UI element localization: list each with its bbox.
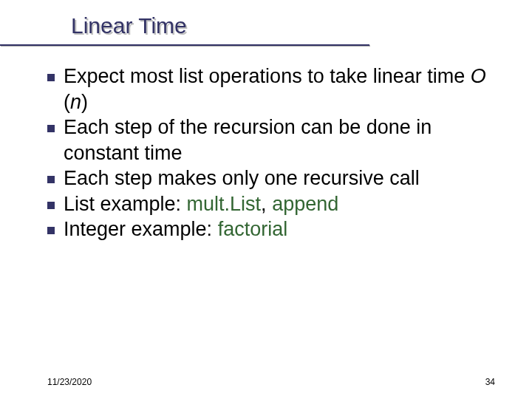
text: (	[64, 91, 70, 113]
square-bullet-icon	[47, 176, 55, 183]
bullet-item: Each step of the recursion can be done i…	[47, 115, 510, 166]
code-term: factorial	[218, 218, 288, 240]
bullet-text: Integer example: factorial	[64, 216, 510, 242]
text: Expect most list operations to take line…	[64, 65, 471, 87]
footer-date: 11/23/2020	[47, 377, 92, 387]
code-term: append	[272, 193, 338, 215]
content-area: Expect most list operations to take line…	[47, 64, 510, 242]
bullet-item: Each step makes only one recursive call	[47, 166, 510, 191]
text: ,	[261, 193, 272, 215]
bullet-text: Each step makes only one recursive call	[64, 166, 510, 191]
code-term: mult.List	[187, 193, 262, 215]
text: List example:	[64, 193, 187, 215]
bullet-item: List example: mult.List, append	[47, 191, 510, 217]
bullet-text: List example: mult.List, append	[64, 191, 510, 217]
square-bullet-icon	[47, 227, 55, 234]
square-bullet-icon	[47, 74, 55, 81]
var-n: n	[70, 91, 81, 113]
title-underline	[0, 44, 369, 46]
big-o: O	[471, 65, 486, 87]
square-bullet-icon	[47, 202, 55, 209]
bullet-text: Each step of the recursion can be done i…	[64, 115, 510, 166]
text: Integer example:	[64, 218, 218, 240]
bullet-item: Integer example: factorial	[47, 216, 510, 242]
bullet-item: Expect most list operations to take line…	[47, 64, 510, 115]
page-number: 34	[485, 377, 495, 387]
footer: 11/23/2020 34	[47, 377, 495, 387]
square-bullet-icon	[47, 125, 55, 132]
slide: Linear Time Linear Time Expect most list…	[0, 0, 532, 399]
slide-title: Linear Time	[71, 13, 187, 38]
text: )	[81, 91, 88, 113]
bullet-text: Expect most list operations to take line…	[64, 64, 510, 115]
